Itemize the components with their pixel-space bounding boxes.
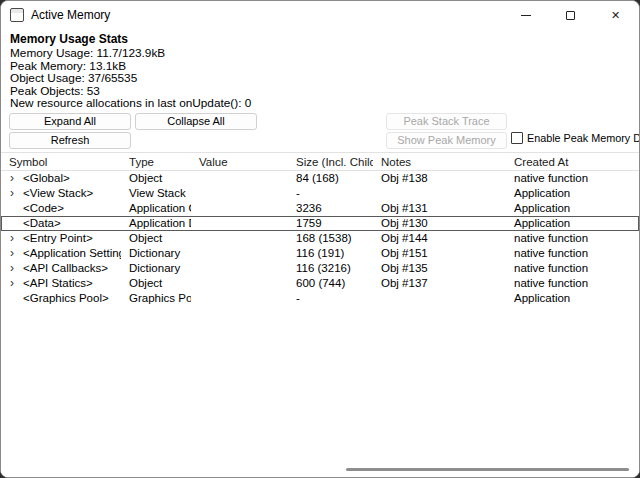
expand-chevron-icon[interactable]: › <box>9 277 23 290</box>
symbol-cell: ›<Entry Point> <box>1 231 121 246</box>
type-cell: Dictionary <box>121 246 191 261</box>
stat-line: Object Usage: 37/65535 <box>10 72 630 85</box>
memory-table: SymbolTypeValueSize (Incl. Children)Note… <box>1 152 639 477</box>
type-cell: Graphics Pool <box>121 291 191 306</box>
symbol-cell: ›<API Callbacks> <box>1 261 121 276</box>
expand-all-button[interactable]: Expand All <box>9 113 131 130</box>
peak-stack-trace-button[interactable]: Peak Stack Trace <box>386 113 507 130</box>
checkbox-box-icon[interactable] <box>511 132 523 144</box>
size-cell: 116 (3216) <box>288 261 373 276</box>
size-cell: 3236 <box>288 201 373 216</box>
value-cell <box>191 186 288 201</box>
expand-chevron-icon[interactable]: › <box>9 247 23 260</box>
close-button[interactable]: ✕ <box>593 1 638 29</box>
size-cell: 116 (191) <box>288 246 373 261</box>
symbol-cell: ›<View Stack> <box>1 186 121 201</box>
symbol-label: <View Stack> <box>23 186 93 201</box>
table-row[interactable]: <Code>Application Code3236Obj #131Applic… <box>1 201 639 216</box>
type-cell: View Stack <box>121 186 191 201</box>
horizontal-scrollbar-thumb[interactable] <box>346 468 629 471</box>
title-bar: Active Memory ✕ <box>1 1 639 29</box>
toolbar: Expand All Collapse All Refresh Peak Sta… <box>1 112 639 152</box>
enable-peak-memory-detection-checkbox[interactable]: Enable Peak Memory Detection <box>511 132 640 144</box>
notes-cell: Obj #137 <box>373 276 506 291</box>
value-cell <box>191 246 288 261</box>
column-header[interactable]: Type <box>121 153 191 170</box>
app-window: Active Memory ✕ Memory Usage Stats Memor… <box>0 0 640 478</box>
notes-cell <box>373 291 506 306</box>
created-at-cell: native function <box>506 276 639 291</box>
type-cell: Application Data <box>121 216 191 231</box>
created-at-cell: native function <box>506 261 639 276</box>
value-cell <box>191 261 288 276</box>
expand-chevron-icon[interactable]: › <box>9 172 23 185</box>
symbol-cell: <Data> <box>1 216 121 231</box>
maximize-button[interactable] <box>548 1 593 29</box>
value-cell <box>191 231 288 246</box>
column-header[interactable]: Created At <box>506 153 639 170</box>
symbol-label: <Data> <box>23 216 61 231</box>
checkbox-label: Enable Peak Memory Detection <box>527 132 640 144</box>
size-cell: 600 (744) <box>288 276 373 291</box>
symbol-label: <Entry Point> <box>23 231 93 246</box>
app-icon <box>10 8 24 22</box>
table-row[interactable]: ›<API Statics>Object600 (744)Obj #137nat… <box>1 276 639 291</box>
size-cell: - <box>288 291 373 306</box>
table-row[interactable]: ›<Entry Point>Object168 (1538)Obj #144na… <box>1 231 639 246</box>
type-cell: Object <box>121 171 191 186</box>
symbol-label: <Graphics Pool> <box>23 291 109 306</box>
type-cell: Dictionary <box>121 261 191 276</box>
created-at-cell: native function <box>506 231 639 246</box>
close-icon: ✕ <box>611 9 620 22</box>
refresh-button[interactable]: Refresh <box>9 132 131 149</box>
type-cell: Object <box>121 276 191 291</box>
expand-chevron-icon[interactable]: › <box>9 187 23 200</box>
column-header[interactable]: Notes <box>373 153 506 170</box>
collapse-all-button[interactable]: Collapse All <box>135 113 257 130</box>
size-cell: 168 (1538) <box>288 231 373 246</box>
memory-stats-section: Memory Usage Stats Memory Usage: 11.7/12… <box>1 29 639 112</box>
size-cell: 1759 <box>288 216 373 231</box>
symbol-cell: <Graphics Pool> <box>1 291 121 306</box>
show-peak-memory-button[interactable]: Show Peak Memory <box>386 132 507 149</box>
window-title: Active Memory <box>31 8 110 22</box>
type-cell: Application Code <box>121 201 191 216</box>
minimize-icon <box>521 15 531 16</box>
stats-lines: Memory Usage: 11.7/123.9kBPeak Memory: 1… <box>10 47 630 110</box>
created-at-cell: Application <box>506 186 639 201</box>
table-row[interactable]: ›<API Callbacks>Dictionary116 (3216)Obj … <box>1 261 639 276</box>
stats-header: Memory Usage Stats <box>10 32 630 47</box>
expand-chevron-icon[interactable]: › <box>9 232 23 245</box>
expand-chevron-icon[interactable]: › <box>9 262 23 275</box>
stat-line: Memory Usage: 11.7/123.9kB <box>10 47 630 60</box>
created-at-cell: native function <box>506 246 639 261</box>
symbol-label: <Global> <box>23 171 70 186</box>
table-row[interactable]: <Data>Application Data1759Obj #130Applic… <box>1 216 639 231</box>
table-row[interactable]: ›<Global>Object84 (168)Obj #138native fu… <box>1 171 639 186</box>
size-cell: - <box>288 186 373 201</box>
symbol-cell: ›<Application Settings> <box>1 246 121 261</box>
type-cell: Object <box>121 231 191 246</box>
table-row[interactable]: <Graphics Pool>Graphics Pool-Application <box>1 291 639 306</box>
symbol-label: <Code> <box>23 201 64 216</box>
notes-cell: Obj #130 <box>373 216 506 231</box>
table-row[interactable]: ›<Application Settings>Dictionary116 (19… <box>1 246 639 261</box>
window-controls: ✕ <box>503 1 638 29</box>
value-cell <box>191 276 288 291</box>
horizontal-scrollbar[interactable] <box>1 463 639 477</box>
symbol-cell: ›<API Statics> <box>1 276 121 291</box>
created-at-cell: Application <box>506 201 639 216</box>
column-header[interactable]: Value <box>191 153 288 170</box>
value-cell <box>191 291 288 306</box>
column-header[interactable]: Symbol <box>1 153 121 170</box>
symbol-cell: <Code> <box>1 201 121 216</box>
minimize-button[interactable] <box>503 1 548 29</box>
table-row[interactable]: ›<View Stack>View Stack-Application <box>1 186 639 201</box>
symbol-label: <Application Settings> <box>23 246 121 261</box>
notes-cell <box>373 186 506 201</box>
stat-line: New resource allocations in last onUpdat… <box>10 97 630 110</box>
column-header[interactable]: Size (Incl. Children) <box>288 153 373 170</box>
created-at-cell: Application <box>506 216 639 231</box>
table-body: ›<Global>Object84 (168)Obj #138native fu… <box>1 171 639 463</box>
symbol-label: <API Callbacks> <box>23 261 108 276</box>
